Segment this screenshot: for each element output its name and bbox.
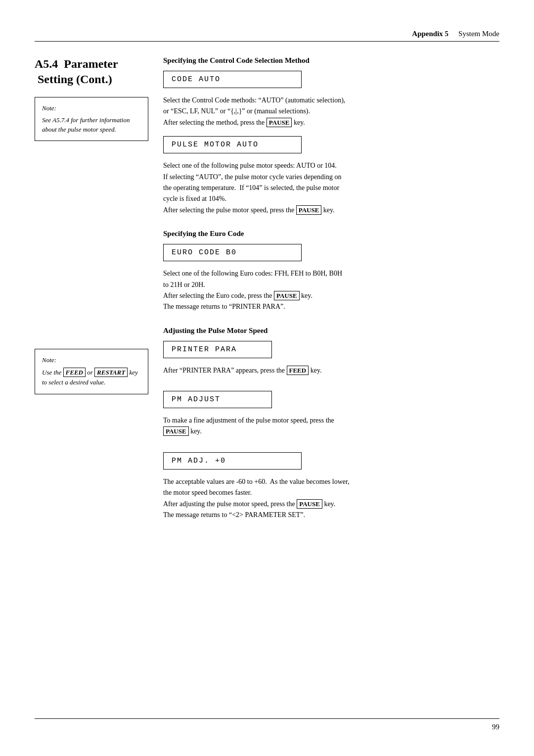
feed-key-ref: FEED <box>63 368 86 377</box>
section4-body1: After “PRINTER PARA” appears, press the … <box>163 365 499 376</box>
lcd-printer-para: PRINTER PARA <box>163 341 272 358</box>
lcd-pm-adj: PM ADJ. +0 <box>163 452 302 470</box>
section4-title: Adjusting the Pulse Motor Speed <box>163 327 499 335</box>
header-system-mode: System Mode <box>458 30 499 38</box>
note-box-2: Note: Use the FEED or RESTART keyto sele… <box>35 349 148 394</box>
lcd-code-auto: CODE AUTO <box>163 71 302 88</box>
main-content: A5.4 Parameter Setting (Cont.) Note: See… <box>35 56 499 528</box>
section-title: A5.4 Parameter Setting (Cont.) <box>35 56 148 87</box>
pause-key-1: PAUSE <box>267 118 292 127</box>
page-number: 99 <box>492 723 499 731</box>
right-column: Specifying the Control Code Selection Me… <box>163 56 499 528</box>
pause-key-2: PAUSE <box>296 205 322 215</box>
section3-body: Select one of the following Euro codes: … <box>163 268 499 313</box>
pause-key-5: PAUSE <box>297 499 322 509</box>
page-footer: 99 <box>35 718 499 731</box>
pause-key-3: PAUSE <box>274 291 300 300</box>
lcd-euro-code: EURO CODE B0 <box>163 244 302 261</box>
section2-body: Select one of the following pulse motor … <box>163 160 499 216</box>
feed-key-2: FEED <box>287 366 309 375</box>
left-column: A5.4 Parameter Setting (Cont.) Note: See… <box>35 56 163 528</box>
note-text-1: See A5.7.4 for further information about… <box>42 116 130 134</box>
section4-body2: To make a fine adjustment of the pulse m… <box>163 415 499 437</box>
header-appendix: Appendix 5 <box>412 30 448 38</box>
page-header: Appendix 5 System Mode <box>35 30 499 42</box>
section3-title: Specifying the Euro Code <box>163 230 499 238</box>
section1-body: Select the Control Code methods: “AUTO” … <box>163 95 499 128</box>
lcd-pm-adjust: PM ADJUST <box>163 391 272 408</box>
page: Appendix 5 System Mode A5.4 Parameter Se… <box>0 0 534 756</box>
lcd-pulse-motor: PULSE MOTOR AUTO <box>163 136 302 153</box>
note-text-2: Use the FEED or RESTART keyto select a d… <box>42 368 138 386</box>
note-label-1: Note: <box>42 103 141 113</box>
section1-title: Specifying the Control Code Selection Me… <box>163 56 499 65</box>
note-box-1: Note: See A5.7.4 for further information… <box>35 97 148 141</box>
note-label-2: Note: <box>42 355 141 366</box>
section4-body3: The acceptable values are -60 to +60. As… <box>163 476 499 521</box>
pause-key-4: PAUSE <box>163 426 189 436</box>
restart-key-ref: RESTART <box>94 368 128 377</box>
